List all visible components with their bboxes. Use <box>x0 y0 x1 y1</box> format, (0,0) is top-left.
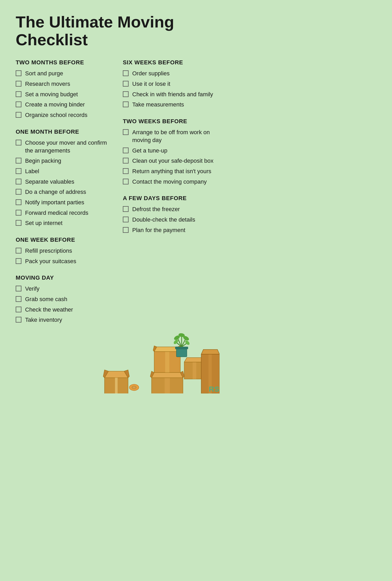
list-item: Double-check the details <box>123 216 220 224</box>
section-heading-one-week: ONE WEEK BEFORE <box>16 236 112 243</box>
svg-point-7 <box>133 387 135 388</box>
list-item: Begin packing <box>16 157 112 165</box>
list-item: Forward medical records <box>16 209 112 217</box>
list-item: Set up internet <box>16 219 112 227</box>
list-item: Verify <box>16 285 112 293</box>
item-text: Begin packing <box>25 157 61 165</box>
checkbox[interactable] <box>123 81 129 87</box>
section-heading-six-weeks: SIX WEEKS BEFORE <box>123 59 220 66</box>
item-text: Pack your suitcases <box>25 257 76 265</box>
svg-rect-4 <box>115 378 118 393</box>
svg-rect-19 <box>193 362 196 379</box>
list-item: Choose your mover and confirm the arrang… <box>16 139 112 154</box>
checkbox[interactable] <box>123 101 129 107</box>
checkbox[interactable] <box>16 91 21 97</box>
list-item: Label <box>16 167 112 175</box>
list-item: Arrange to be off from work on moving da… <box>123 128 220 144</box>
list-item: Get a tune-up <box>123 147 220 155</box>
item-text: Check in with friends and family <box>132 91 213 98</box>
checkbox[interactable] <box>123 129 129 135</box>
list-item: Separate valuables <box>16 178 112 186</box>
checkbox[interactable] <box>16 296 21 302</box>
checkbox[interactable] <box>123 148 129 153</box>
checkbox[interactable] <box>123 206 129 212</box>
checklist-moving-day: VerifyGrab some cashCheck the weatherTak… <box>16 285 112 324</box>
section-heading-two-weeks: TWO WEEKS BEFORE <box>123 118 220 125</box>
checkbox[interactable] <box>16 307 21 312</box>
item-text: Refill prescriptions <box>25 247 72 255</box>
item-text: Order supplies <box>132 70 170 77</box>
section-moving-day: MOVING DAYVerifyGrab some cashCheck the … <box>16 274 112 324</box>
item-text: Choose your mover and confirm the arrang… <box>25 139 112 154</box>
checkbox[interactable] <box>16 158 21 163</box>
watermark: RS <box>209 385 220 393</box>
list-item: Create a moving binder <box>16 101 112 109</box>
boxes-illustration <box>99 333 220 393</box>
list-item: Clean out your safe-deposit box <box>123 157 220 165</box>
checkbox[interactable] <box>123 91 129 97</box>
item-text: Return anything that isn't yours <box>132 167 211 175</box>
item-text: Do a change of address <box>25 188 86 196</box>
item-text: Sort and purge <box>25 70 63 77</box>
item-text: Organize school records <box>25 111 87 119</box>
checkbox[interactable] <box>16 81 21 87</box>
checkbox[interactable] <box>16 140 21 145</box>
list-item: Return anything that isn't yours <box>123 167 220 175</box>
item-text: Notify important parties <box>25 199 84 206</box>
checkbox[interactable] <box>16 70 21 76</box>
checkbox[interactable] <box>16 189 21 195</box>
item-text: Separate valuables <box>25 178 74 186</box>
list-item: Grab some cash <box>16 295 112 303</box>
illustration-area: RS <box>16 333 220 396</box>
list-item: Notify important parties <box>16 199 112 206</box>
checkbox[interactable] <box>16 168 21 174</box>
checklist-few-days: Defrost the freezerDouble-check the deta… <box>123 205 220 234</box>
checkbox[interactable] <box>16 286 21 291</box>
checkbox[interactable] <box>123 168 129 174</box>
checkbox[interactable] <box>16 179 21 184</box>
checkbox[interactable] <box>123 227 129 233</box>
item-text: Forward medical records <box>25 209 88 217</box>
item-text: Grab some cash <box>25 295 67 303</box>
item-text: Get a tune-up <box>132 147 168 155</box>
checklist-six-weeks: Order suppliesUse it or lose itCheck in … <box>123 70 220 109</box>
right-column: SIX WEEKS BEFOREOrder suppliesUse it or … <box>123 59 220 333</box>
section-two-weeks: TWO WEEKS BEFOREArrange to be off from w… <box>123 118 220 185</box>
checkbox[interactable] <box>16 101 21 107</box>
checkbox[interactable] <box>16 199 21 205</box>
checkbox[interactable] <box>16 317 21 323</box>
svg-marker-23 <box>201 349 220 354</box>
checkbox[interactable] <box>123 70 129 76</box>
item-text: Set a moving budget <box>25 91 78 98</box>
item-text: Clean out your safe-deposit box <box>132 157 214 165</box>
list-item: Sort and purge <box>16 70 112 77</box>
item-text: Double-check the details <box>132 216 195 224</box>
checkbox[interactable] <box>16 258 21 264</box>
section-few-days: A FEW DAYS BEFOREDefrost the freezerDoub… <box>123 195 220 234</box>
checkbox[interactable] <box>16 112 21 118</box>
item-text: Contact the moving company <box>132 178 207 186</box>
list-item: Do a change of address <box>16 188 112 196</box>
list-item: Defrost the freezer <box>123 205 220 213</box>
list-item: Contact the moving company <box>123 178 220 186</box>
checkbox[interactable] <box>123 217 129 222</box>
item-text: Check the weather <box>25 306 73 314</box>
page-title: The Ultimate Moving Checklist <box>16 13 220 49</box>
item-text: Label <box>25 167 39 175</box>
item-text: Research movers <box>25 80 70 88</box>
checkbox[interactable] <box>16 210 21 216</box>
svg-rect-14 <box>165 352 169 373</box>
checkbox[interactable] <box>123 179 129 184</box>
section-heading-moving-day: MOVING DAY <box>16 274 112 281</box>
item-text: Set up internet <box>25 219 62 227</box>
checkbox[interactable] <box>16 220 21 226</box>
checklist-one-week: Refill prescriptionsPack your suitcases <box>16 247 112 265</box>
list-item: Take measurements <box>123 101 220 109</box>
content-columns: TWO MONTHS BEFORESort and purgeResearch … <box>16 59 220 333</box>
svg-marker-10 <box>152 373 183 378</box>
checkbox[interactable] <box>16 248 21 253</box>
list-item: Order supplies <box>123 70 220 77</box>
checklist-one-month: Choose your mover and confirm the arrang… <box>16 139 112 227</box>
checkbox[interactable] <box>123 158 129 163</box>
list-item: Check the weather <box>16 306 112 314</box>
